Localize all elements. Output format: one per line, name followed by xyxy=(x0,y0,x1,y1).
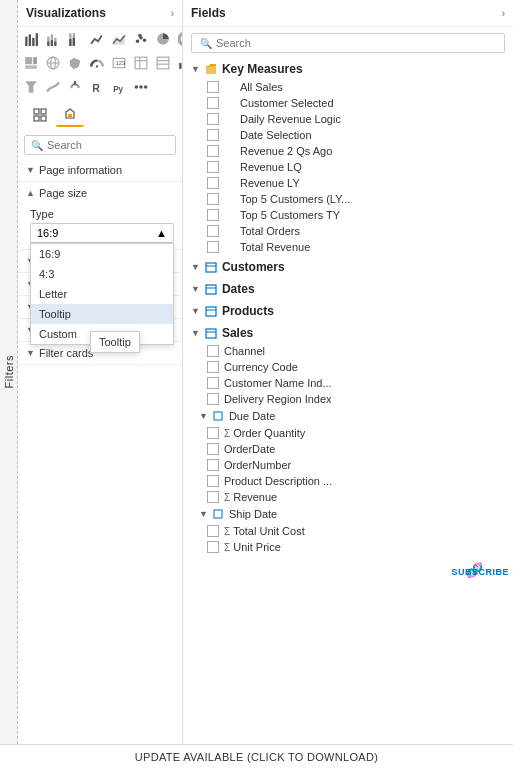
viz-icon-py[interactable]: Py xyxy=(108,76,130,98)
viz-icon-card[interactable]: 123 xyxy=(108,52,130,74)
field-item-daily-revenue[interactable]: Daily Revenue Logic xyxy=(183,111,513,127)
dropdown-item-tooltip[interactable]: Tooltip xyxy=(31,304,173,324)
viz-icon-ribbon[interactable] xyxy=(42,76,64,98)
viz-icon-more[interactable] xyxy=(130,76,152,98)
field-item-date-selection[interactable]: Date Selection xyxy=(183,127,513,143)
checkbox-top5-ty[interactable] xyxy=(207,209,219,221)
viz-icon-decomp[interactable] xyxy=(64,76,86,98)
field-item-total-revenue[interactable]: Total Revenue xyxy=(183,239,513,255)
field-item-customer-name[interactable]: Customer Name Ind... xyxy=(183,375,513,391)
field-item-unit-price[interactable]: Σ Unit Price xyxy=(183,539,513,555)
field-item-revenue[interactable]: Σ Revenue xyxy=(183,489,513,505)
viz-icon-line[interactable] xyxy=(86,28,108,50)
field-item-top5-ty[interactable]: Top 5 Customers TY xyxy=(183,207,513,223)
page-information-label: Page information xyxy=(39,164,122,176)
field-item-product-desc[interactable]: Product Description ... xyxy=(183,473,513,489)
checkbox-revenue-lq[interactable] xyxy=(207,161,219,173)
dropdown-item-4-3[interactable]: 4:3 xyxy=(31,264,173,284)
viz-icon-matrix[interactable] xyxy=(152,52,174,74)
field-item-ship-date[interactable]: ▼ Ship Date xyxy=(183,505,513,523)
page-information-header[interactable]: ▼ Page information xyxy=(18,159,182,181)
viz-icon-scatter[interactable] xyxy=(130,28,152,50)
fields-panel-expand[interactable]: › xyxy=(502,8,505,19)
format-icon[interactable] xyxy=(26,103,54,127)
field-item-customer-selected[interactable]: Customer Selected xyxy=(183,95,513,111)
checkbox-top5-ly[interactable] xyxy=(207,193,219,205)
field-label-unit-price: Unit Price xyxy=(233,541,281,553)
field-item-orderdate[interactable]: OrderDate xyxy=(183,441,513,457)
checkbox-customer-selected[interactable] xyxy=(207,97,219,109)
checkbox-unit-price[interactable] xyxy=(207,541,219,553)
field-item-revenue-lq[interactable]: Revenue LQ xyxy=(183,159,513,175)
checkbox-total-revenue[interactable] xyxy=(207,241,219,253)
viz-icon-waterfall[interactable] xyxy=(174,52,183,74)
field-item-ordernumber[interactable]: OrderNumber xyxy=(183,457,513,473)
page-size-header[interactable]: ▲ Page size xyxy=(18,182,182,204)
viz-icon-gauge[interactable] xyxy=(86,52,108,74)
field-type-icon-9 xyxy=(224,209,236,221)
checkbox-customer-name[interactable] xyxy=(207,377,219,389)
field-item-revenue-ly[interactable]: Revenue LY xyxy=(183,175,513,191)
checkbox-product-desc[interactable] xyxy=(207,475,219,487)
checkbox-currency-code[interactable] xyxy=(207,361,219,373)
checkbox-ordernumber[interactable] xyxy=(207,459,219,471)
field-item-total-unit-cost[interactable]: Σ Total Unit Cost xyxy=(183,523,513,539)
field-item-delivery-region[interactable]: Delivery Region Index xyxy=(183,391,513,407)
type-dropdown[interactable]: 16:9 ▲ xyxy=(30,223,174,243)
field-group-dates-header[interactable]: ▼ Dates xyxy=(183,279,513,299)
viz-icon-bar[interactable] xyxy=(20,28,42,50)
viz-search-container: 🔍 xyxy=(24,135,176,155)
viz-icon-treemap[interactable] xyxy=(20,52,42,74)
page-information-section: ▼ Page information xyxy=(18,159,182,182)
field-group-sales-header[interactable]: ▼ Sales xyxy=(183,323,513,343)
field-item-total-orders[interactable]: Total Orders xyxy=(183,223,513,239)
dropdown-item-16-9[interactable]: 16:9 xyxy=(31,244,173,264)
field-item-due-date[interactable]: ▼ Due Date xyxy=(183,407,513,425)
checkbox-revenue[interactable] xyxy=(207,491,219,503)
viz-icon-r[interactable]: R xyxy=(86,76,108,98)
checkbox-revenue-ly[interactable] xyxy=(207,177,219,189)
viz-panel-expand[interactable]: › xyxy=(171,8,174,19)
viz-search-input[interactable] xyxy=(47,139,183,151)
field-item-top5-ly[interactable]: Top 5 Customers (LY... xyxy=(183,191,513,207)
checkbox-order-qty[interactable] xyxy=(207,427,219,439)
update-bar[interactable]: UPDATE AVAILABLE (CLICK TO DOWNLOAD) xyxy=(0,744,513,768)
viz-icon-filled-map[interactable] xyxy=(64,52,86,74)
viz-panel-title: Visualizations xyxy=(26,6,106,20)
svg-point-27 xyxy=(96,65,98,67)
checkbox-daily-revenue[interactable] xyxy=(207,113,219,125)
field-item-channel[interactable]: Channel xyxy=(183,343,513,359)
field-item-all-sales[interactable]: All Sales xyxy=(183,79,513,95)
viz-icon-donut[interactable] xyxy=(174,28,183,50)
field-label-revenue: Revenue xyxy=(233,491,277,503)
checkbox-total-orders[interactable] xyxy=(207,225,219,237)
checkbox-all-sales[interactable] xyxy=(207,81,219,93)
field-group-products-header[interactable]: ▼ Products xyxy=(183,301,513,321)
viz-icon-table[interactable] xyxy=(130,52,152,74)
checkbox-revenue2q[interactable] xyxy=(207,145,219,157)
field-group-customers-header[interactable]: ▼ Customers xyxy=(183,257,513,277)
svg-rect-55 xyxy=(41,116,46,121)
paint-icon[interactable] xyxy=(56,103,84,127)
viz-icon-stacked[interactable] xyxy=(42,28,64,50)
dropdown-item-letter[interactable]: Letter xyxy=(31,284,173,304)
fields-tree: ▼ Key Measures All Sales Cus xyxy=(183,59,513,744)
viz-icon-map[interactable] xyxy=(42,52,64,74)
viz-icon-funnel[interactable] xyxy=(20,76,42,98)
viz-toolbar xyxy=(18,99,182,129)
type-dropdown-container: 16:9 ▲ 16:9 4:3 Letter Tooltip Custom To… xyxy=(30,223,174,243)
checkbox-orderdate[interactable] xyxy=(207,443,219,455)
viz-icon-100stacked[interactable] xyxy=(64,28,86,50)
field-item-order-qty[interactable]: Σ Order Quantity xyxy=(183,425,513,441)
viz-icon-area[interactable] xyxy=(108,28,130,50)
field-group-key-measures-header[interactable]: ▼ Key Measures xyxy=(183,59,513,79)
viz-icon-pie[interactable] xyxy=(152,28,174,50)
checkbox-delivery-region[interactable] xyxy=(207,393,219,405)
field-item-revenue2q[interactable]: Revenue 2 Qs Ago xyxy=(183,143,513,159)
checkbox-date-selection[interactable] xyxy=(207,129,219,141)
field-item-currency-code[interactable]: Currency Code xyxy=(183,359,513,375)
field-group-customers: ▼ Customers xyxy=(183,257,513,277)
fields-search-input[interactable] xyxy=(216,37,496,49)
checkbox-channel[interactable] xyxy=(207,345,219,357)
checkbox-total-unit-cost[interactable] xyxy=(207,525,219,537)
